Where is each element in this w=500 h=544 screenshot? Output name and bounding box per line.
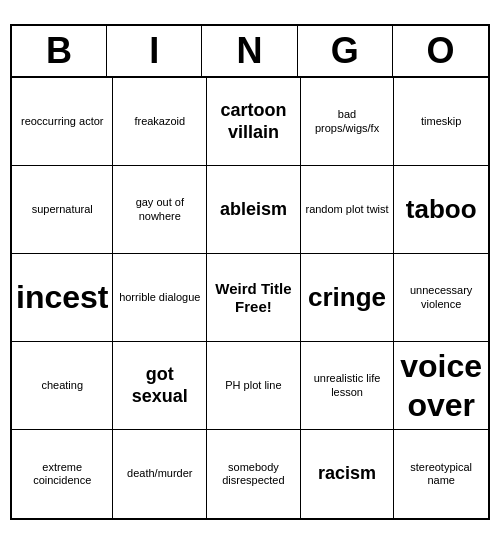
- bingo-cell: unnecessary violence: [394, 254, 488, 342]
- bingo-header-letter: O: [393, 26, 488, 76]
- bingo-header: BINGO: [12, 26, 488, 78]
- bingo-cell: death/murder: [113, 430, 207, 518]
- bingo-cell: PH plot line: [207, 342, 301, 430]
- bingo-cell: reoccurring actor: [12, 78, 113, 166]
- bingo-header-letter: B: [12, 26, 107, 76]
- bingo-card: BINGO reoccurring actorfreakazoidcartoon…: [10, 24, 490, 520]
- bingo-cell: cheating: [12, 342, 113, 430]
- bingo-cell: somebody disrespected: [207, 430, 301, 518]
- bingo-cell: cringe: [301, 254, 395, 342]
- bingo-cell: random plot twist: [301, 166, 395, 254]
- bingo-cell: freakazoid: [113, 78, 207, 166]
- bingo-cell: bad props/wigs/fx: [301, 78, 395, 166]
- bingo-cell: got sexual: [113, 342, 207, 430]
- bingo-header-letter: I: [107, 26, 202, 76]
- bingo-cell: cartoon villain: [207, 78, 301, 166]
- bingo-cell: Weird Title Free!: [207, 254, 301, 342]
- bingo-cell: timeskip: [394, 78, 488, 166]
- bingo-cell: stereotypical name: [394, 430, 488, 518]
- bingo-cell: horrible dialogue: [113, 254, 207, 342]
- bingo-cell: gay out of nowhere: [113, 166, 207, 254]
- bingo-cell: extreme coincidence: [12, 430, 113, 518]
- bingo-grid: reoccurring actorfreakazoidcartoon villa…: [12, 78, 488, 518]
- bingo-cell: incest: [12, 254, 113, 342]
- bingo-cell: ableism: [207, 166, 301, 254]
- bingo-cell: racism: [301, 430, 395, 518]
- bingo-cell: taboo: [394, 166, 488, 254]
- bingo-cell: unrealistic life lesson: [301, 342, 395, 430]
- bingo-cell: voice over: [394, 342, 488, 430]
- bingo-header-letter: N: [202, 26, 297, 76]
- bingo-header-letter: G: [298, 26, 393, 76]
- bingo-cell: supernatural: [12, 166, 113, 254]
